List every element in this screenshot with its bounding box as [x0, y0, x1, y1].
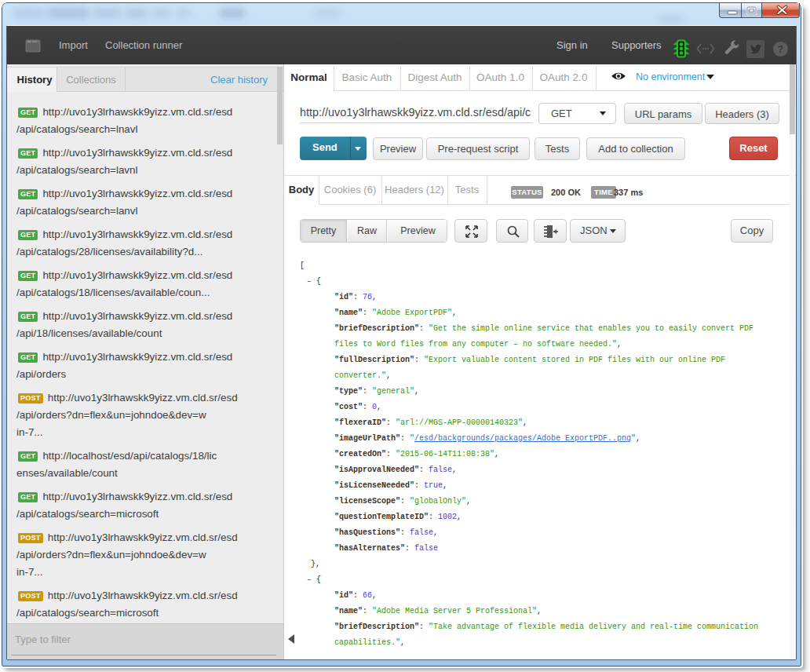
svg-text:?: ? [778, 44, 783, 55]
